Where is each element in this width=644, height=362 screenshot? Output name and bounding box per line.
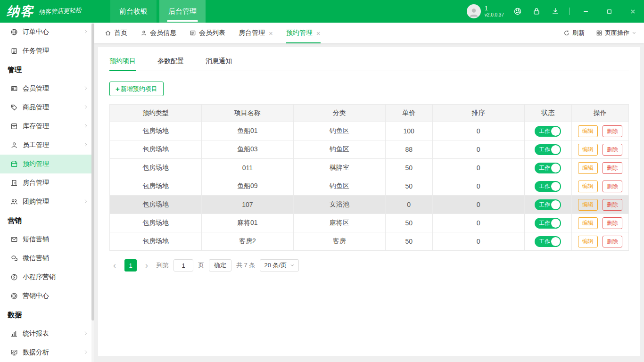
page-operations-action[interactable]: 页面操作: [596, 29, 636, 37]
status-toggle[interactable]: 工作: [535, 199, 561, 210]
download-button[interactable]: [550, 6, 561, 16]
sidebar-item-label: 小程序营销: [23, 273, 89, 281]
page-tab-home[interactable]: 首页: [105, 23, 127, 43]
page-tab-member-list[interactable]: 会员列表: [190, 23, 225, 43]
main-area: 首页会员信息会员列表房台管理×预约管理× 刷新 页面操作 预约项目参数配置消息通: [94, 23, 644, 362]
page-tab-member-info[interactable]: 会员信息: [140, 23, 176, 43]
cell-status: 工作: [524, 140, 571, 159]
delete-button[interactable]: 删除: [603, 125, 622, 137]
page-tab-room-management[interactable]: 房台管理×: [239, 23, 273, 43]
edit-button[interactable]: 编辑: [578, 144, 598, 156]
sidebar-item-member-management[interactable]: 会员管理: [0, 79, 94, 98]
table-row[interactable]: 包房场地麻将01麻将区500工作编辑删除: [110, 214, 629, 232]
table-row[interactable]: 包房场地107女浴池00工作编辑删除: [110, 196, 629, 214]
miniprogram-marketing-icon: [10, 273, 18, 281]
sidebar-item-staff-management[interactable]: 员工管理: [0, 136, 94, 155]
sidebar-item-groupbuy-management[interactable]: 团购管理: [0, 192, 94, 211]
goto-page-input[interactable]: [173, 259, 193, 272]
status-label: 工作: [539, 182, 550, 190]
delete-button[interactable]: 删除: [603, 162, 622, 174]
sidebar-item-statistics-report[interactable]: 统计报表: [0, 324, 94, 343]
cell-reservation-type: 包房场地: [110, 140, 202, 159]
cell-unit-price: 88: [385, 140, 432, 159]
column-header: 分类: [293, 105, 385, 122]
topbar-nav: 前台收银后台管理: [110, 0, 206, 23]
sidebar-section-management: 管理: [0, 60, 94, 79]
sidebar-item-room-management[interactable]: 房台管理: [0, 173, 94, 192]
sidebar-item-task-management[interactable]: 任务管理: [0, 41, 94, 60]
sidebar-item-inventory-management[interactable]: 库存管理: [0, 117, 94, 136]
sidebar-item-marketing-center[interactable]: 营销中心: [0, 287, 94, 305]
table-row[interactable]: 包房场地客房2客房500工作编辑删除: [110, 232, 629, 251]
toggle-knob: [551, 200, 560, 209]
confirm-page-button[interactable]: 确定: [209, 259, 231, 272]
edit-button[interactable]: 编辑: [578, 125, 598, 137]
edit-button[interactable]: 编辑: [578, 236, 598, 247]
page-size-select[interactable]: 20 条/页: [260, 259, 299, 272]
status-toggle[interactable]: 工作: [535, 236, 561, 247]
caret-down-icon: [632, 31, 636, 35]
next-page-button[interactable]: ›: [141, 259, 152, 272]
delete-button[interactable]: 删除: [603, 236, 622, 247]
status-toggle[interactable]: 工作: [535, 144, 561, 155]
edit-button[interactable]: 编辑: [578, 199, 598, 211]
delete-button[interactable]: 删除: [603, 199, 622, 211]
page-tab-label: 房台管理: [239, 29, 265, 37]
sidebar-item-wechat-marketing[interactable]: 微信营销: [0, 249, 94, 268]
topbar-tab-front-cashier[interactable]: 前台收银: [110, 0, 157, 23]
cell-actions: 编辑删除: [571, 196, 628, 214]
cell-actions: 编辑删除: [571, 214, 628, 232]
user-info[interactable]: 1 v2.0.0.37: [467, 4, 504, 18]
minimize-button[interactable]: [578, 0, 593, 23]
delete-button[interactable]: 删除: [603, 144, 622, 156]
refresh-action[interactable]: 刷新: [563, 29, 585, 37]
status-toggle[interactable]: 工作: [535, 163, 561, 173]
status-toggle[interactable]: 工作: [535, 181, 561, 192]
sidebar-scrollbar-thumb[interactable]: [91, 24, 94, 321]
edit-button[interactable]: 编辑: [578, 162, 598, 174]
page-number-button[interactable]: 1: [124, 259, 137, 272]
cell-actions: 编辑删除: [571, 177, 628, 196]
delete-button[interactable]: 删除: [603, 217, 622, 229]
content-tab-reservation-items[interactable]: 预约项目: [109, 51, 136, 71]
maximize-button[interactable]: [602, 0, 617, 23]
table-row[interactable]: 包房场地鱼船01钓鱼区1000工作编辑删除: [110, 122, 629, 140]
close-button[interactable]: [625, 0, 640, 23]
add-reservation-item-button[interactable]: + 新增预约项目: [109, 82, 164, 96]
close-icon: [630, 8, 636, 15]
content-tab-message-notify[interactable]: 消息通知: [206, 51, 232, 71]
sidebar-item-product-management[interactable]: 商品管理: [0, 98, 94, 117]
room-management-icon: [10, 179, 18, 187]
cell-reservation-type: 包房场地: [110, 232, 202, 251]
table-row[interactable]: 包房场地鱼船03钓鱼区880工作编辑删除: [110, 140, 629, 159]
cell-category: 麻将区: [293, 214, 385, 232]
close-tab-icon[interactable]: ×: [316, 30, 321, 37]
sidebar-item-label: 库存管理: [23, 122, 78, 131]
cell-actions: 编辑删除: [571, 159, 628, 177]
status-toggle[interactable]: 工作: [535, 126, 561, 137]
sidebar-item-miniprogram-marketing[interactable]: 小程序营销: [0, 268, 94, 287]
edit-button[interactable]: 编辑: [578, 217, 598, 229]
topbar-tab-backend-admin[interactable]: 后台管理: [159, 0, 206, 23]
cell-category: 钓鱼区: [293, 140, 385, 159]
status-toggle[interactable]: 工作: [535, 218, 561, 229]
lock-button[interactable]: [531, 6, 542, 16]
sidebar-item-label: 会员管理: [23, 84, 78, 93]
table-row[interactable]: 包房场地鱼船09钓鱼区500工作编辑删除: [110, 177, 629, 196]
table-row[interactable]: 包房场地011棋牌室500工作编辑删除: [110, 159, 629, 177]
page-tab-reservation-management[interactable]: 预约管理×: [286, 23, 321, 43]
sidebar-item-reservation-management[interactable]: 预约管理: [0, 155, 94, 173]
delete-button[interactable]: 删除: [603, 181, 622, 192]
sidebar-item-order-center[interactable]: 订单中心: [0, 23, 94, 41]
close-tab-icon[interactable]: ×: [269, 30, 273, 37]
theme-button[interactable]: [512, 6, 523, 16]
prev-page-button[interactable]: ‹: [109, 259, 120, 272]
sidebar-item-label: 房台管理: [23, 179, 89, 187]
edit-button[interactable]: 编辑: [578, 181, 598, 192]
cell-status: 工作: [524, 122, 571, 140]
content-tab-parameter-config[interactable]: 参数配置: [157, 51, 184, 71]
sidebar-item-data-analysis[interactable]: 数据分析: [0, 343, 94, 362]
chevron-right-icon: [83, 330, 89, 337]
sidebar-item-sms-marketing[interactable]: 短信营销: [0, 230, 94, 249]
chevron-right-icon: [83, 28, 89, 36]
